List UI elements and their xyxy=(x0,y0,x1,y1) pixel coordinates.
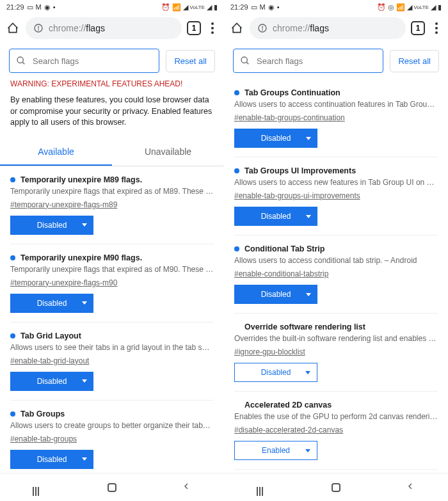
tabs-count[interactable]: 1 xyxy=(411,21,425,35)
location-icon: ◎ xyxy=(388,3,394,12)
menu-icon[interactable] xyxy=(430,22,443,34)
flag-link[interactable]: #enable-tab-groups-ui-improvements xyxy=(234,191,360,200)
nav-recents[interactable] xyxy=(33,487,43,488)
svg-point-3 xyxy=(17,57,23,63)
search-input[interactable] xyxy=(257,56,376,66)
battery-icon: ▮ xyxy=(438,3,442,12)
nav-recents[interactable] xyxy=(257,487,267,488)
status-more-icon: • xyxy=(53,3,56,11)
status-more-icon: • xyxy=(277,3,280,11)
flag-link[interactable]: #temporary-unexpire-flags-m89 xyxy=(10,200,117,209)
tab-unavailable[interactable]: Unavailable xyxy=(112,139,224,166)
flag-dot-icon xyxy=(234,90,239,95)
flag-link[interactable]: #enable-tab-grid-layout xyxy=(10,356,89,365)
flag-desc: Allows users to create groups to better … xyxy=(10,421,214,430)
flag-desc: Overrides the built-in software renderin… xyxy=(234,334,438,343)
flag-item: Accelerated 2D canvas Enables the use of… xyxy=(234,392,438,470)
flag-dot-icon xyxy=(10,177,15,182)
battery-icon: ▮ xyxy=(214,3,218,12)
svg-point-8 xyxy=(241,57,247,63)
search-input-wrap[interactable] xyxy=(9,49,159,73)
status-time: 21:29 xyxy=(230,3,248,11)
flag-select[interactable]: Disabled xyxy=(234,129,317,148)
svg-point-2 xyxy=(38,29,39,30)
status-bar: 21:29 ▭ M ◉ • ⏰ ◎ 📶 ◢ VoLTE ◢ ▮ xyxy=(224,0,448,14)
flag-title: Conditional Tab Strip xyxy=(234,244,438,253)
search-icon xyxy=(16,56,26,66)
url-field[interactable]: chrome://flags xyxy=(26,17,182,39)
reset-all-button[interactable]: Reset all xyxy=(166,50,215,72)
nav-back[interactable] xyxy=(181,481,191,494)
search-input-wrap[interactable] xyxy=(233,49,383,73)
svg-line-4 xyxy=(22,62,24,64)
flag-link[interactable]: #disable-accelerated-2d-canvas xyxy=(234,425,343,434)
flag-link[interactable]: #temporary-unexpire-flags-m90 xyxy=(10,278,117,287)
flag-dot-icon xyxy=(10,333,15,338)
flag-dot-icon xyxy=(234,246,239,251)
flag-select[interactable]: Disabled xyxy=(10,216,93,235)
flags-list-left[interactable]: Temporarily unexpire M89 flags. Temporar… xyxy=(0,166,224,473)
tab-available[interactable]: Available xyxy=(0,139,112,166)
flag-dot-icon xyxy=(10,411,15,417)
status-gmail-icon: M xyxy=(36,3,42,11)
home-icon[interactable] xyxy=(229,20,244,36)
svg-point-7 xyxy=(262,29,263,30)
url-bar: chrome://flags 1 xyxy=(0,14,224,42)
nav-back[interactable] xyxy=(405,481,415,494)
flag-desc: Temporarily unexpire flags that expired … xyxy=(10,187,214,196)
flag-tabs: Available Unavailable xyxy=(0,139,224,166)
flag-desc: Temporarily unexpire flags that expired … xyxy=(10,265,214,274)
flag-title: Accelerated 2D canvas xyxy=(234,401,438,410)
url-field[interactable]: chrome://flags xyxy=(250,17,406,39)
status-app-icon: ▭ xyxy=(27,3,33,12)
flags-list-right[interactable]: Tab Groups Continuation Allows users to … xyxy=(224,79,448,473)
search-bar: Reset all xyxy=(224,42,448,79)
flag-item: Tab Groups Continuation Allows users to … xyxy=(234,79,438,157)
flag-select[interactable]: Disabled xyxy=(234,285,317,304)
flag-select[interactable]: Disabled xyxy=(234,207,317,226)
url-path: flags xyxy=(310,23,329,33)
url-prefix: chrome:// xyxy=(49,23,86,33)
signal-icon: ◢ xyxy=(183,3,188,12)
svg-line-9 xyxy=(246,62,248,64)
flag-select[interactable]: Disabled xyxy=(10,294,93,313)
flag-item: Temporarily unexpire M89 flags. Temporar… xyxy=(10,166,214,244)
flag-select[interactable]: Disabled xyxy=(10,372,93,391)
warning-desc: By enabling these features, you could lo… xyxy=(0,95,224,129)
nav-home[interactable] xyxy=(108,483,116,492)
flag-link[interactable]: #enable-tab-groups-continuation xyxy=(234,113,345,122)
alarm-icon: ⏰ xyxy=(377,3,386,12)
menu-icon[interactable] xyxy=(206,22,219,34)
search-icon xyxy=(240,56,250,66)
url-bar: chrome://flags 1 xyxy=(224,14,448,42)
flag-item: Tab Grid Layout Allows users to see thei… xyxy=(10,322,214,401)
signal-icon: ◢ xyxy=(407,3,412,12)
flag-title: Temporarily unexpire M89 flags. xyxy=(10,175,214,184)
flag-link[interactable]: #enable-tab-groups xyxy=(10,434,77,443)
flag-title: Tab Grid Layout xyxy=(10,331,214,340)
flag-link[interactable]: #ignore-gpu-blocklist xyxy=(234,347,305,356)
flag-dot-icon xyxy=(234,168,239,173)
tabs-count[interactable]: 1 xyxy=(187,21,201,35)
flag-select[interactable]: Disabled xyxy=(234,363,317,382)
status-messenger-icon: ◉ xyxy=(44,3,51,12)
reset-all-button[interactable]: Reset all xyxy=(390,50,439,72)
flag-item: Conditional Tab Strip Allows users to ac… xyxy=(234,235,438,314)
status-bar: 21:29 ▭ M ◉ • ⏰ 📶 ◢ VoLTE ◢ ▮ xyxy=(0,0,224,14)
wifi-icon: 📶 xyxy=(172,3,181,12)
signal2-icon: ◢ xyxy=(207,3,212,12)
lte-icon: VoLTE xyxy=(414,4,429,10)
flag-title: Tab Groups xyxy=(10,410,214,418)
flag-link[interactable]: #enable-conditional-tabstrip xyxy=(234,269,328,278)
flag-select[interactable]: Disabled xyxy=(10,450,93,469)
flag-select[interactable]: Enabled xyxy=(234,441,317,460)
flag-desc: Allows users to access new features in T… xyxy=(234,178,438,187)
search-input[interactable] xyxy=(33,56,152,66)
nav-home[interactable] xyxy=(332,483,340,492)
status-app-icon: ▭ xyxy=(251,3,257,12)
flag-title: Tab Groups Continuation xyxy=(234,88,438,97)
home-icon[interactable] xyxy=(5,20,20,36)
alarm-icon: ⏰ xyxy=(161,3,170,12)
flag-dot-icon xyxy=(10,255,15,260)
flag-title: Override software rendering list xyxy=(234,322,438,331)
